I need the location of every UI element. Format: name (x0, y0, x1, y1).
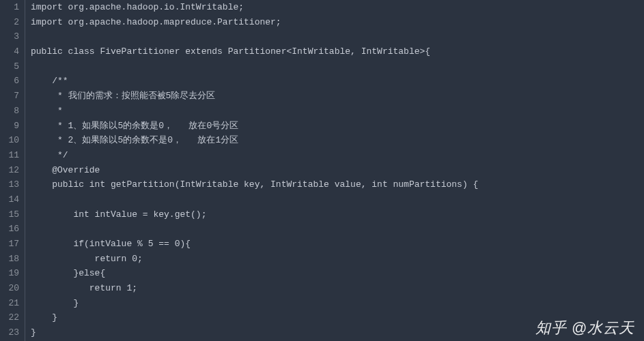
code-line: import org.apache.hadoop.mapreduce.Parti… (31, 15, 644, 30)
code-line: @Override (31, 163, 644, 178)
line-number: 18 (7, 252, 19, 267)
line-number: 17 (7, 237, 19, 252)
line-number: 12 (7, 163, 19, 178)
code-line: * 2、如果除以5的余数不是0， 放在1分区 (31, 133, 644, 148)
code-content: import org.apache.hadoop.io.IntWritable;… (25, 0, 644, 341)
code-line: public int getPartition(IntWritable key,… (31, 177, 644, 192)
line-number: 8 (7, 104, 19, 119)
line-number: 2 (7, 15, 19, 30)
code-line: * 1、如果除以5的余数是0， 放在0号分区 (31, 119, 644, 134)
watermark-text: 知乎 @水云天 (535, 321, 634, 336)
code-line: */ (31, 148, 644, 163)
line-number: 6 (7, 74, 19, 89)
line-number: 14 (7, 192, 19, 207)
code-line (31, 192, 644, 207)
line-number: 23 (7, 325, 19, 340)
code-line: return 1; (31, 281, 644, 296)
line-number: 22 (7, 310, 19, 325)
line-number: 3 (7, 29, 19, 44)
line-number: 20 (7, 281, 19, 296)
code-line: * (31, 104, 644, 119)
line-number: 19 (7, 266, 19, 281)
line-number: 10 (7, 133, 19, 148)
line-number: 7 (7, 89, 19, 104)
code-line: int intValue = key.get(); (31, 207, 644, 222)
code-line: public class FivePartitioner extends Par… (31, 44, 644, 59)
code-line (31, 222, 644, 237)
code-line: import org.apache.hadoop.io.IntWritable; (31, 0, 644, 15)
line-number: 1 (7, 0, 19, 15)
code-line: * 我们的需求：按照能否被5除尽去分区 (31, 89, 644, 104)
code-editor: 1234567891011121314151617181920212223 im… (0, 0, 644, 341)
line-number: 16 (7, 222, 19, 237)
line-number: 5 (7, 59, 19, 74)
code-line: }else{ (31, 266, 644, 281)
line-number: 15 (7, 207, 19, 222)
line-number: 4 (7, 44, 19, 59)
line-number: 9 (7, 119, 19, 134)
code-line (31, 29, 644, 44)
line-number: 11 (7, 148, 19, 163)
line-number-gutter: 1234567891011121314151617181920212223 (0, 0, 25, 341)
code-line: return 0; (31, 252, 644, 267)
code-line: if(intValue % 5 == 0){ (31, 237, 644, 252)
line-number: 13 (7, 177, 19, 192)
code-line (31, 59, 644, 74)
line-number: 21 (7, 296, 19, 311)
code-line: } (31, 296, 644, 311)
code-line: /** (31, 74, 644, 89)
